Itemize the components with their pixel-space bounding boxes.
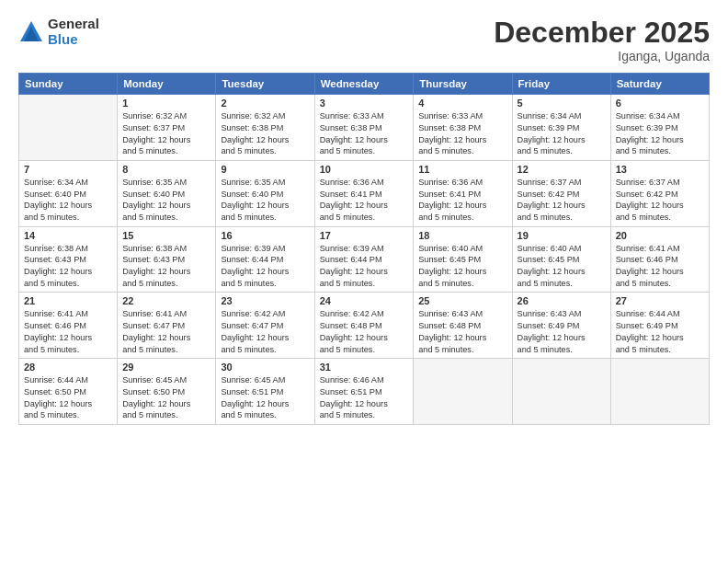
calendar-cell: 19Sunrise: 6:40 AMSunset: 6:45 PMDayligh…: [512, 226, 610, 293]
day-info: Sunrise: 6:35 AMSunset: 6:40 PMDaylight:…: [122, 177, 210, 224]
calendar-header-wednesday: Wednesday: [314, 74, 414, 95]
day-info: Sunrise: 6:44 AMSunset: 6:50 PMDaylight:…: [24, 374, 112, 421]
day-info: Sunrise: 6:40 AMSunset: 6:45 PMDaylight:…: [518, 243, 606, 290]
calendar-cell: [512, 359, 610, 425]
calendar-cell: 3Sunrise: 6:33 AMSunset: 6:38 PMDaylight…: [314, 95, 414, 161]
calendar-cell: 16Sunrise: 6:39 AMSunset: 6:44 PMDayligh…: [216, 226, 314, 293]
calendar-header-row: SundayMondayTuesdayWednesdayThursdayFrid…: [19, 74, 710, 95]
header: General Blue December 2025 Iganga, Ugand…: [18, 17, 710, 63]
logo-icon: [18, 19, 44, 45]
day-number: 20: [616, 230, 704, 241]
calendar-cell: 20Sunrise: 6:41 AMSunset: 6:46 PMDayligh…: [610, 226, 709, 293]
day-number: 28: [24, 362, 112, 373]
calendar-cell: 26Sunrise: 6:43 AMSunset: 6:49 PMDayligh…: [512, 293, 610, 359]
calendar-cell: 25Sunrise: 6:43 AMSunset: 6:48 PMDayligh…: [414, 293, 512, 359]
day-info: Sunrise: 6:39 AMSunset: 6:44 PMDaylight:…: [320, 243, 409, 290]
calendar-cell: 18Sunrise: 6:40 AMSunset: 6:45 PMDayligh…: [414, 226, 512, 293]
calendar-cell: 6Sunrise: 6:34 AMSunset: 6:39 PMDaylight…: [610, 95, 709, 161]
day-number: 23: [221, 295, 309, 306]
calendar-header-tuesday: Tuesday: [216, 74, 314, 95]
page: General Blue December 2025 Iganga, Ugand…: [0, 0, 728, 563]
day-info: Sunrise: 6:38 AMSunset: 6:43 PMDaylight:…: [24, 243, 112, 290]
calendar-week-4: 21Sunrise: 6:41 AMSunset: 6:46 PMDayligh…: [19, 293, 710, 359]
day-info: Sunrise: 6:38 AMSunset: 6:43 PMDaylight:…: [122, 243, 210, 290]
day-number: 6: [616, 98, 704, 109]
day-info: Sunrise: 6:39 AMSunset: 6:44 PMDaylight:…: [221, 243, 309, 290]
calendar-cell: [610, 359, 709, 425]
day-info: Sunrise: 6:46 AMSunset: 6:51 PMDaylight:…: [320, 374, 409, 421]
day-number: 8: [122, 164, 210, 175]
calendar-cell: 14Sunrise: 6:38 AMSunset: 6:43 PMDayligh…: [19, 226, 118, 293]
day-number: 26: [518, 295, 606, 306]
calendar-cell: [19, 95, 118, 161]
calendar-header-monday: Monday: [118, 74, 216, 95]
day-number: 4: [418, 98, 506, 109]
day-number: 18: [418, 230, 506, 241]
calendar-header-thursday: Thursday: [414, 74, 512, 95]
day-info: Sunrise: 6:41 AMSunset: 6:47 PMDaylight:…: [122, 308, 210, 355]
calendar-week-2: 7Sunrise: 6:34 AMSunset: 6:40 PMDaylight…: [19, 160, 710, 226]
calendar-week-1: 1Sunrise: 6:32 AMSunset: 6:37 PMDaylight…: [19, 95, 710, 161]
day-info: Sunrise: 6:34 AMSunset: 6:39 PMDaylight:…: [616, 110, 704, 157]
calendar-cell: 1Sunrise: 6:32 AMSunset: 6:37 PMDaylight…: [118, 95, 216, 161]
calendar-cell: 8Sunrise: 6:35 AMSunset: 6:40 PMDaylight…: [118, 160, 216, 226]
day-number: 11: [418, 164, 506, 175]
title-block: December 2025 Iganga, Uganda: [494, 17, 710, 63]
day-info: Sunrise: 6:43 AMSunset: 6:49 PMDaylight:…: [518, 308, 606, 355]
day-number: 15: [122, 230, 210, 241]
logo-text: General Blue: [48, 17, 99, 47]
day-info: Sunrise: 6:40 AMSunset: 6:45 PMDaylight:…: [418, 243, 506, 290]
day-info: Sunrise: 6:42 AMSunset: 6:48 PMDaylight:…: [320, 308, 409, 355]
calendar-cell: 9Sunrise: 6:35 AMSunset: 6:40 PMDaylight…: [216, 160, 314, 226]
calendar-cell: 24Sunrise: 6:42 AMSunset: 6:48 PMDayligh…: [314, 293, 414, 359]
calendar-cell: 4Sunrise: 6:33 AMSunset: 6:38 PMDaylight…: [414, 95, 512, 161]
calendar-cell: 2Sunrise: 6:32 AMSunset: 6:38 PMDaylight…: [216, 95, 314, 161]
day-info: Sunrise: 6:33 AMSunset: 6:38 PMDaylight:…: [320, 110, 409, 157]
calendar-week-3: 14Sunrise: 6:38 AMSunset: 6:43 PMDayligh…: [19, 226, 710, 293]
calendar-cell: 7Sunrise: 6:34 AMSunset: 6:40 PMDaylight…: [19, 160, 118, 226]
day-info: Sunrise: 6:36 AMSunset: 6:41 PMDaylight:…: [418, 177, 506, 224]
day-info: Sunrise: 6:33 AMSunset: 6:38 PMDaylight:…: [418, 110, 506, 157]
day-number: 22: [122, 295, 210, 306]
day-number: 31: [320, 362, 409, 373]
day-info: Sunrise: 6:32 AMSunset: 6:38 PMDaylight:…: [221, 110, 309, 157]
day-info: Sunrise: 6:35 AMSunset: 6:40 PMDaylight:…: [221, 177, 309, 224]
day-number: 14: [24, 230, 112, 241]
day-number: 30: [221, 362, 309, 373]
day-info: Sunrise: 6:45 AMSunset: 6:50 PMDaylight:…: [122, 374, 210, 421]
day-number: 27: [616, 295, 704, 306]
calendar-cell: 31Sunrise: 6:46 AMSunset: 6:51 PMDayligh…: [314, 359, 414, 425]
day-number: 3: [320, 98, 409, 109]
calendar-cell: 28Sunrise: 6:44 AMSunset: 6:50 PMDayligh…: [19, 359, 118, 425]
calendar-header-saturday: Saturday: [610, 74, 709, 95]
day-number: 29: [122, 362, 210, 373]
logo-blue: Blue: [48, 32, 99, 48]
day-info: Sunrise: 6:44 AMSunset: 6:49 PMDaylight:…: [616, 308, 704, 355]
day-number: 24: [320, 295, 409, 306]
logo: General Blue: [18, 17, 99, 47]
day-info: Sunrise: 6:42 AMSunset: 6:47 PMDaylight:…: [221, 308, 309, 355]
day-info: Sunrise: 6:37 AMSunset: 6:42 PMDaylight:…: [616, 177, 704, 224]
month-title: December 2025: [494, 17, 710, 49]
day-number: 10: [320, 164, 409, 175]
day-info: Sunrise: 6:34 AMSunset: 6:40 PMDaylight:…: [24, 177, 112, 224]
day-number: 19: [518, 230, 606, 241]
calendar-table: SundayMondayTuesdayWednesdayThursdayFrid…: [18, 73, 710, 425]
day-number: 13: [616, 164, 704, 175]
calendar-cell: 22Sunrise: 6:41 AMSunset: 6:47 PMDayligh…: [118, 293, 216, 359]
day-info: Sunrise: 6:41 AMSunset: 6:46 PMDaylight:…: [24, 308, 112, 355]
calendar-cell: 13Sunrise: 6:37 AMSunset: 6:42 PMDayligh…: [610, 160, 709, 226]
day-number: 16: [221, 230, 309, 241]
calendar-cell: 15Sunrise: 6:38 AMSunset: 6:43 PMDayligh…: [118, 226, 216, 293]
day-info: Sunrise: 6:41 AMSunset: 6:46 PMDaylight:…: [616, 243, 704, 290]
calendar-cell: 11Sunrise: 6:36 AMSunset: 6:41 PMDayligh…: [414, 160, 512, 226]
subtitle: Iganga, Uganda: [494, 49, 710, 63]
calendar-cell: [414, 359, 512, 425]
day-number: 9: [221, 164, 309, 175]
day-number: 12: [518, 164, 606, 175]
day-info: Sunrise: 6:37 AMSunset: 6:42 PMDaylight:…: [518, 177, 606, 224]
day-number: 25: [418, 295, 506, 306]
calendar-week-5: 28Sunrise: 6:44 AMSunset: 6:50 PMDayligh…: [19, 359, 710, 425]
calendar-cell: 27Sunrise: 6:44 AMSunset: 6:49 PMDayligh…: [610, 293, 709, 359]
calendar-header-sunday: Sunday: [19, 74, 118, 95]
